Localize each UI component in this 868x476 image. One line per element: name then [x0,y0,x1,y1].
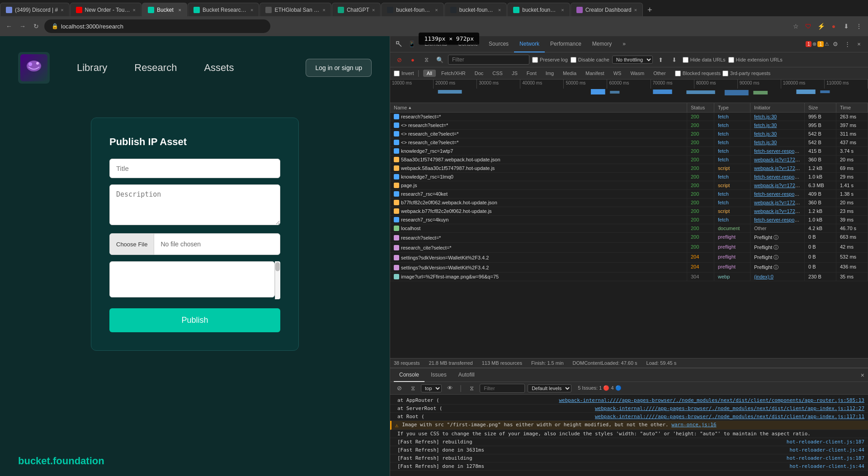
nav-assets[interactable]: Assets [204,62,234,74]
hide-extension-urls-checkbox[interactable]: Hide extension URLs [728,57,783,63]
tab-bucket-foundation[interactable]: bucket-foundation-... × [381,3,443,16]
extra-textarea[interactable] [109,261,275,297]
clear-network-button[interactable]: ⊘ [394,54,405,65]
tab-close-bucket-research[interactable]: × [250,7,253,13]
table-row[interactable]: <> research_cite?select=* 200 fetch fetc… [390,130,868,138]
tab-close-new-order[interactable]: × [133,7,136,13]
disable-cache-checkbox[interactable]: Disable cache [571,57,609,63]
console-source[interactable]: hot-reloader-client.js:44 [789,447,864,453]
textarea-scrollbar[interactable] [275,261,280,299]
invert-checkbox[interactable]: Invert [394,71,414,76]
console-levels-select[interactable]: Default levels [528,384,571,392]
table-row[interactable]: research?select=* 200 fetch fetch.js:30 … [390,113,868,121]
back-button[interactable]: ← [4,21,14,32]
third-party-checkbox[interactable]: 3rd-party requests [722,71,770,76]
console-context-select[interactable]: top [421,384,442,392]
blocked-requests-checkbox[interactable]: Blocked requests [675,71,721,76]
console-eye-button[interactable]: 👁 [444,383,455,394]
header-name[interactable]: Name ▲ [390,103,687,112]
tab-bucket[interactable]: Bucket × [142,3,187,16]
export-har-button[interactable]: ⬇ [669,54,680,65]
console-source-link[interactable]: webpack-internal:////app-pages-browser/.… [595,405,864,411]
devtools-device-button[interactable]: 📱 [406,39,417,50]
console-source[interactable]: hot-reloader-client.js:187 [787,455,864,461]
table-row[interactable]: settings?sdkVersion=WalletKit%2F3.4.2 20… [390,263,868,273]
devtools-inspect-button[interactable] [394,39,405,50]
table-row[interactable]: research7_rsc=4kuyn 200 fetch fetch-serv… [390,216,868,224]
filter-manifest[interactable]: Manifest [582,70,608,77]
more-options-button[interactable]: ⋮ [842,39,853,50]
filter-all[interactable]: All [423,70,436,77]
network-table[interactable]: Name ▲ Status Type Initiator Size Time r… [390,103,868,358]
nav-library[interactable]: Library [77,62,107,74]
header-time[interactable]: Time [836,103,868,112]
hide-data-urls-checkbox[interactable]: Hide data URLs [683,57,726,63]
hide-extension-urls-check[interactable] [728,57,734,63]
forward-button[interactable]: → [17,21,28,32]
nav-research[interactable]: Research [134,62,177,74]
filter-css[interactable]: CSS [489,70,506,77]
address-bar[interactable]: 🔒 localhost:3000/research [44,19,270,33]
table-row[interactable]: knowledge7_rsc=1wtp7 200 fetch fetch-ser… [390,147,868,156]
filter-doc[interactable]: Doc [471,70,487,77]
throttling-dropdown[interactable]: No throttling Fast 3G Slow 3G [612,56,653,64]
filter-img[interactable]: Img [542,70,557,77]
download-icon[interactable]: ⬇ [841,21,852,32]
table-row[interactable]: localhost 200 document Other 4.2 kB 46.7… [390,224,868,233]
reload-button[interactable]: ↻ [31,21,42,32]
header-initiator[interactable]: Initiator [750,103,805,112]
preserve-log-checkbox[interactable]: Preserve log [532,57,568,63]
description-input[interactable] [109,184,280,225]
tab-autofill[interactable]: Autofill [453,368,480,382]
more-icon[interactable]: ⋮ [854,21,864,32]
table-row[interactable]: <> research_cite?select=* 200 fetch fetc… [390,138,868,147]
tab-sources[interactable]: Sources [483,36,514,52]
tab-performance[interactable]: Performance [545,36,587,52]
initiator-link[interactable]: fetch.js:30 [754,114,777,119]
table-row[interactable]: knowledge7_rsc=1lmq0 200 fetch fetch-ser… [390,173,868,181]
console-source[interactable]: hot-reloader-client.js:44 [789,463,864,469]
close-devtools-button[interactable]: × [854,39,864,50]
close-console-button[interactable]: × [861,372,864,379]
tab-discord[interactable]: (3499) Discord | # × [0,3,70,16]
tab-more[interactable]: » [617,36,631,52]
tab-ethglobal[interactable]: ETHGlobal San Fran... × [259,3,331,16]
tab-bucket-foundation3[interactable]: bucket.foundation -... × [507,3,570,16]
filter-font[interactable]: Font [523,70,540,77]
tab-new-order[interactable]: New Order - Touched × [70,3,142,16]
table-row[interactable]: research_cite?select=* 200 preflight Pre… [390,243,868,253]
header-type[interactable]: Type [714,103,750,112]
console-source-link[interactable]: webpack-internal:////app-pages-browser/.… [559,397,864,403]
disable-cache-check[interactable] [571,57,576,63]
filter-other[interactable]: Other [650,70,670,77]
filter-js[interactable]: JS [508,70,521,77]
tab-bucket-foundation2[interactable]: bucket-foundation/s... × [444,3,507,16]
table-row[interactable]: 58aa30c1f5747987.webpack.hot-update.json… [390,156,868,164]
filter-fetch-xhr[interactable]: Fetch/XHR [438,70,469,77]
tab-bucket-research[interactable]: Bucket Research | A... × [188,3,259,16]
tab-memory[interactable]: Memory [587,36,617,52]
tab-close-bf3[interactable]: × [561,7,564,13]
login-button[interactable]: Log in or sign up [306,59,372,77]
hide-data-urls-check[interactable] [683,57,689,63]
filter-media[interactable]: Media [559,70,580,77]
tab-close-discord[interactable]: × [61,7,63,13]
search-network-button[interactable]: 🔍 [434,54,445,65]
publish-button[interactable]: Publish [109,308,280,332]
table-row[interactable]: research7_rsc=40ket 200 fetch fetch-serv… [390,190,868,198]
table-row[interactable]: b77fcf82c2e0f062.webpack.hot-update.json… [390,198,868,207]
initiator-link[interactable]: fetch.js:30 [754,123,777,128]
table-row[interactable]: settings?sdkVersion=WalletKit%2F3.4.2 20… [390,253,868,263]
filter-wasm[interactable]: Wasm [627,70,648,77]
tab-chatgpt[interactable]: ChatGPT × [332,3,381,16]
tab-close-chatgpt[interactable]: × [372,7,375,13]
invert-check[interactable] [394,71,400,76]
tab-creator-dashboard[interactable]: Creator Dashboard × [571,3,643,16]
console-source[interactable]: hot-reloader-client.js:187 [787,439,864,445]
tab-network[interactable]: Network [514,36,545,52]
tab-console-panel[interactable]: Console [394,368,425,382]
table-row[interactable]: webpack.b77fcf82c2e0f062.hot-update.js 2… [390,207,868,216]
new-tab-button[interactable]: + [643,4,656,16]
tab-close-bf2[interactable]: × [498,7,501,13]
bookmark-icon[interactable]: ☆ [790,21,801,32]
